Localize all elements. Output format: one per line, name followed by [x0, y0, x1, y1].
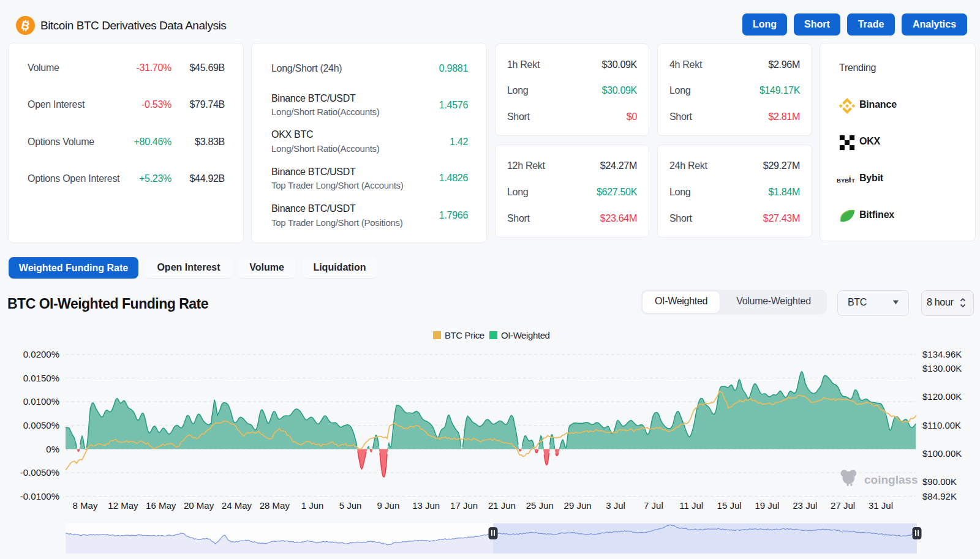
svg-text:17 Jun: 17 Jun [450, 500, 478, 511]
svg-text:25 Jun: 25 Jun [526, 500, 554, 511]
svg-text:1 Jun: 1 Jun [301, 500, 324, 511]
svg-text:coinglass: coinglass [864, 473, 918, 486]
svg-text:11 Jul: 11 Jul [679, 500, 703, 511]
svg-text:9 Jun: 9 Jun [377, 500, 400, 511]
svg-text:$130.00K: $130.00K [922, 363, 962, 373]
svg-text:24 May: 24 May [222, 500, 252, 511]
svg-text:27 Jul: 27 Jul [831, 500, 855, 511]
svg-text:31 Jul: 31 Jul [869, 500, 893, 511]
svg-text:5 Jun: 5 Jun [339, 500, 362, 511]
svg-text:8 May: 8 May [73, 500, 98, 511]
svg-text:-0.0100%: -0.0100% [20, 491, 59, 501]
svg-text:0.0100%: 0.0100% [23, 396, 59, 407]
svg-text:OI-Weighted: OI-Weighted [501, 330, 550, 340]
svg-text:23 Jul: 23 Jul [793, 500, 817, 511]
svg-text:3 Jul: 3 Jul [606, 500, 625, 511]
svg-text:12 May: 12 May [108, 500, 138, 511]
svg-text:29 Jun: 29 Jun [564, 500, 592, 511]
svg-text:13 Jun: 13 Jun [412, 500, 440, 511]
svg-text:16 May: 16 May [146, 500, 176, 511]
svg-text:$100.00K: $100.00K [922, 448, 962, 459]
svg-text:19 Jul: 19 Jul [755, 500, 779, 511]
svg-text:0.0050%: 0.0050% [23, 420, 59, 430]
svg-text:28 May: 28 May [260, 500, 290, 511]
svg-text:0%: 0% [46, 444, 59, 454]
svg-text:-0.0050%: -0.0050% [20, 467, 59, 478]
svg-text:$134.96K: $134.96K [922, 349, 962, 359]
svg-text:0.0150%: 0.0150% [23, 373, 59, 383]
svg-text:$90.00K: $90.00K [922, 476, 957, 487]
svg-text:$110.00K: $110.00K [922, 420, 961, 430]
svg-text:$120.00K: $120.00K [922, 391, 962, 402]
svg-text:BTC Price: BTC Price [445, 330, 484, 340]
svg-text:7 Jul: 7 Jul [644, 500, 663, 511]
svg-text:20 May: 20 May [184, 500, 214, 511]
svg-text:15 Jul: 15 Jul [717, 500, 742, 511]
svg-text:$84.92K: $84.92K [922, 491, 957, 501]
svg-text:0.0200%: 0.0200% [23, 349, 59, 359]
svg-text:21 Jun: 21 Jun [488, 500, 516, 511]
